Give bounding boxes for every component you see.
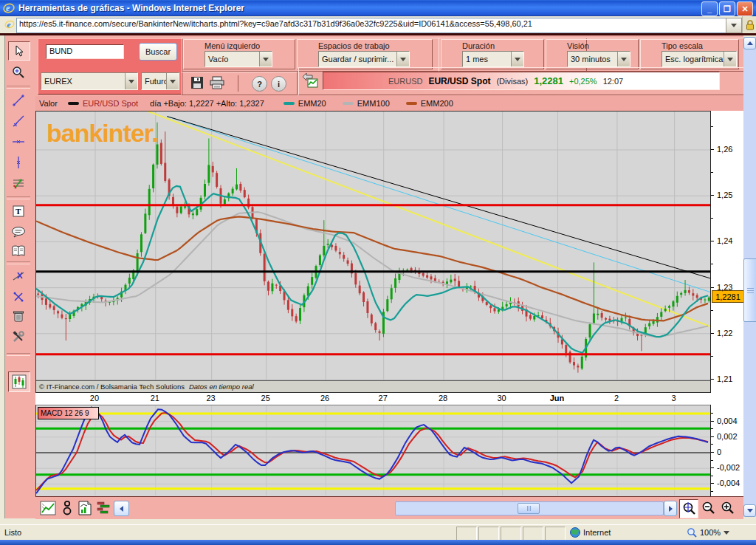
price-chart-plot[interactable]: bankinter. © IT-Finance.com / Bolsamania… [35,111,710,393]
fibonacci-button[interactable] [8,174,29,192]
legend-series-name: EUR/USD Spot [83,99,138,108]
instrument-select[interactable]: Futuro [141,72,179,90]
key-tool-button[interactable] [62,500,72,516]
zoom-in-icon [721,501,735,515]
close-button[interactable]: ✕ [737,1,753,16]
macd-panel[interactable]: MACD 12 26 9 [35,405,710,496]
text-note-button[interactable]: T [8,202,29,220]
axis-tick [711,436,714,437]
volume-bars-button[interactable] [96,501,111,515]
left-menu-select[interactable]: Vacío [205,51,272,67]
search-button[interactable]: Buscar [139,43,177,61]
scroll-right-button[interactable] [664,501,677,516]
restore-button[interactable]: ❐ [719,1,735,16]
emm20-swatch [284,102,295,105]
vision-group: Visión 30 minutos [546,39,639,69]
quote-display: EURUSD EUR/USD Spot (Divisas) 1,2281 +0,… [323,72,720,90]
market-select[interactable]: EUREX [41,72,138,90]
axis-tick [711,476,713,476]
url-input[interactable]: https://es5.it-finance.com/secure/Bankin… [16,18,729,33]
scale-type-select[interactable]: Esc. logarítmica [662,51,737,67]
legend-emm100: EMM100 [357,99,390,108]
info-button[interactable]: i [271,76,286,92]
callout-button[interactable] [8,223,29,241]
macd-chart [36,405,711,496]
date-label: 26 [320,394,329,402]
duration-select[interactable]: 1 mes [462,51,524,67]
report-button[interactable] [78,501,92,515]
zoom-out-icon [701,501,716,515]
print-button[interactable] [210,76,224,89]
scroll-up-button[interactable] [743,37,756,49]
scroll-left-button[interactable] [114,501,129,516]
macd-axis: 0,0040,0020-0,002-0,004 [710,405,744,496]
chevron-down-icon[interactable] [396,52,409,66]
workspaces-group: Espacios de trabajo Guardar / suprimir..… [297,39,433,69]
duration-group: Duración 1 mes [441,39,544,69]
horizontal-line-button[interactable] [8,133,29,151]
symbol-input[interactable]: BUND [46,44,124,59]
page-zoom-control[interactable]: 100% [687,527,729,538]
chevron-down-icon[interactable] [125,73,137,89]
axis-tick-label: 1,23 [717,283,732,292]
select-cursor-button[interactable] [8,41,30,61]
title-bar[interactable]: e Herramientas de gráficas - Windows Int… [0,0,756,16]
trash-button[interactable] [8,307,29,325]
axis-tick [711,483,714,484]
settings-tools-button[interactable] [8,328,29,346]
chevron-down-icon[interactable] [259,52,272,66]
zoom-in-button[interactable] [720,500,736,516]
axis-tick-label: 1,24 [717,236,732,245]
vision-select[interactable]: 30 minutos [567,51,630,67]
journal-button[interactable] [8,242,29,260]
chevron-down-icon[interactable] [724,52,736,66]
speech-bubble-icon [11,226,26,238]
legend-emm20: EMM20 [298,99,326,108]
status-pane [456,527,477,541]
trend-segment-button[interactable] [8,92,29,109]
line-chart-mode-button[interactable] [40,501,56,515]
save-button[interactable] [190,76,204,89]
status-pane [545,527,566,541]
zoom-fit-button[interactable] [679,499,698,518]
axis-tick [711,444,713,445]
sidebar-separator [7,353,30,356]
last-price-tag: 1,2281 [712,290,744,303]
horizontal-scroll-thumb[interactable] [518,503,540,514]
axis-tick [711,264,713,264]
scroll-down-button[interactable] [743,504,756,517]
candlestick-view-button[interactable] [8,371,30,392]
chevron-down-icon[interactable] [166,73,179,89]
sidebar-gutter [0,35,5,518]
date-label: 25 [261,394,270,402]
status-text: Listo [4,528,21,537]
magnifier-icon [687,527,697,538]
axis-tick [711,356,713,357]
minimize-button[interactable]: _ [701,1,718,16]
vertical-scrollbar[interactable] [743,37,756,517]
prev-value-button[interactable] [302,72,320,89]
axis-tick [711,452,714,453]
axis-tick-label: 1,22 [717,329,732,337]
trend-ray-button[interactable] [8,112,29,130]
delete-line-button[interactable] [8,267,29,285]
workspaces-select[interactable]: Guardar / suprimir... [318,51,410,67]
fibonacci-icon [11,176,26,191]
zoom-out-button[interactable] [701,500,717,516]
vertical-line-button[interactable] [8,154,29,171]
date-label: 23 [207,394,216,402]
quote-market: (Divisas) [496,77,528,86]
chevron-down-icon[interactable] [511,52,523,66]
help-button[interactable]: ? [252,76,267,92]
delete-all-lines-button[interactable] [8,288,29,306]
vertical-scroll-thumb[interactable] [743,258,756,322]
zoom-tool-button[interactable] [8,64,29,81]
vertical-line-icon [12,156,25,169]
main-toolbar: BUND Buscar EUREX Futuro Menú izquierdo … [35,35,743,96]
horizontal-scrollbar[interactable] [395,501,664,515]
left-menu-group: Menú izquierdo Vacío [183,39,295,69]
axis-tick [711,149,714,150]
url-dropdown-button[interactable] [726,18,742,33]
chevron-down-icon[interactable] [617,52,630,66]
zone-label: Internet [583,528,611,537]
